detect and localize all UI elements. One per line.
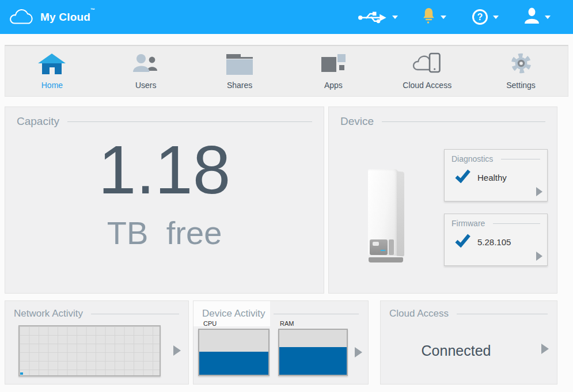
device-title: Device: [340, 115, 374, 128]
network-activity-arrow-icon[interactable]: [173, 345, 181, 356]
chevron-down-icon: [441, 16, 446, 19]
diagnostics-title: Diagnostics: [451, 154, 493, 163]
users-icon: [132, 53, 159, 76]
help-menu[interactable]: ?: [472, 0, 499, 34]
nav-label-settings: Settings: [506, 81, 536, 90]
nav-label-cloud-access: Cloud Access: [403, 81, 451, 90]
check-icon: [455, 169, 470, 185]
title-rule: [67, 121, 312, 122]
device-activity-arrow-icon[interactable]: [355, 347, 362, 357]
notifications-menu[interactable]: [422, 0, 446, 34]
network-activity-panel: Network Activity: [5, 300, 189, 385]
cloud-access-title: Cloud Access: [389, 308, 449, 319]
network-activity-datapoint: [20, 372, 23, 375]
cpu-gauge: [198, 329, 270, 376]
nav-label-shares: Shares: [227, 81, 252, 90]
cloud-access-icon: [411, 52, 443, 77]
title-rule: [91, 314, 179, 314]
cloud-access-arrow-icon[interactable]: [541, 344, 549, 354]
device-activity-panel: Device Activity CPU RAM: [193, 300, 369, 385]
main-nav: Home Users Shares: [5, 45, 568, 97]
settings-gear-icon: [509, 51, 533, 78]
device-product-image: [368, 168, 406, 262]
firmware-arrow-icon[interactable]: [536, 252, 542, 261]
ram-label: RAM: [280, 320, 294, 327]
capacity-title: Capacity: [17, 115, 59, 128]
device-led: [381, 250, 385, 251]
nav-label-users: Users: [135, 81, 157, 90]
diagnostics-card[interactable]: Diagnostics Healthy: [444, 149, 548, 201]
diagnostics-status: Healthy: [477, 173, 507, 182]
capacity-unit: TB free: [5, 214, 324, 252]
cloud-logo-icon: [8, 8, 35, 26]
check-icon: [455, 234, 470, 250]
nav-item-cloud-access[interactable]: Cloud Access: [380, 46, 474, 96]
ram-gauge: [278, 329, 348, 376]
title-rule: [274, 314, 359, 314]
capacity-value: 1.18: [5, 136, 324, 204]
network-activity-chart: [18, 325, 161, 376]
device-panel: Device Diagnostics Healthy Firmw: [328, 106, 557, 294]
firmware-card[interactable]: Firmware 5.28.105: [444, 214, 548, 266]
app-title: My Cloud™: [40, 11, 95, 24]
nav-label-apps: Apps: [324, 81, 343, 90]
device-front-label: [370, 239, 388, 255]
usb-menu[interactable]: [357, 0, 398, 34]
nav-item-shares[interactable]: Shares: [193, 46, 287, 96]
cloud-access-panel: Cloud Access Connected: [380, 300, 557, 385]
ram-gauge-fill: [279, 347, 347, 375]
top-header: My Cloud™ ?: [0, 0, 573, 34]
capacity-panel: Capacity 1.18 TB free: [5, 106, 324, 294]
device-activity-title: Device Activity: [202, 308, 265, 319]
diagnostics-arrow-icon[interactable]: [536, 187, 542, 196]
trademark: ™: [90, 7, 95, 13]
nav-item-apps[interactable]: Apps: [286, 46, 380, 96]
shares-icon: [226, 54, 253, 75]
nav-item-users[interactable]: Users: [99, 46, 193, 96]
title-rule: [382, 121, 545, 122]
apps-icon: [321, 53, 346, 76]
firmware-title: Firmware: [451, 219, 485, 228]
title-rule: [457, 314, 548, 314]
user-menu[interactable]: [524, 0, 551, 34]
chevron-down-icon: [493, 16, 499, 19]
nav-label-home: Home: [41, 81, 63, 90]
home-icon: [38, 54, 66, 75]
brand-logo: My Cloud™: [8, 8, 95, 26]
cpu-label: CPU: [203, 320, 217, 327]
help-icon: ?: [472, 9, 488, 25]
title-rule: [493, 223, 540, 224]
network-activity-title: Network Activity: [14, 308, 83, 319]
firmware-version: 5.28.105: [477, 237, 511, 247]
user-icon: [524, 7, 540, 26]
bell-icon: [422, 7, 435, 26]
nav-item-settings[interactable]: Settings: [474, 46, 568, 96]
chevron-down-icon: [392, 16, 398, 19]
nav-item-home[interactable]: Home: [5, 46, 99, 96]
usb-icon: [357, 7, 387, 27]
cloud-access-status: Connected: [381, 342, 532, 359]
cpu-gauge-fill: [199, 352, 268, 375]
chevron-down-icon: [545, 16, 551, 19]
title-rule: [501, 159, 540, 159]
